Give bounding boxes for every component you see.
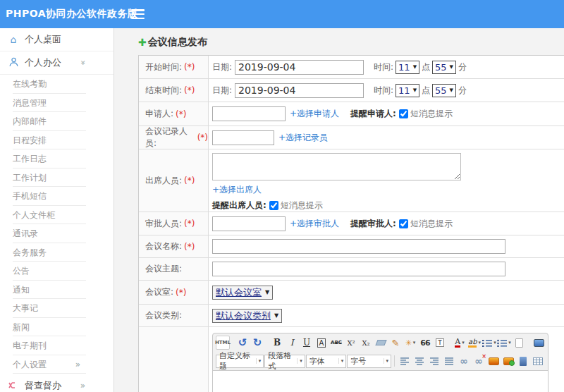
paste-text-icon[interactable]: T <box>433 336 447 350</box>
upload-image-icon[interactable] <box>501 354 515 368</box>
end-date-input[interactable] <box>235 83 364 98</box>
align-right-icon[interactable] <box>427 354 441 368</box>
applicant-sms-checkbox[interactable] <box>399 109 408 118</box>
new-page-icon[interactable] <box>512 336 526 350</box>
strikethrough-button[interactable]: ABC <box>329 336 343 350</box>
sidebar-item-supervision[interactable]: 督查督办 » <box>0 374 114 392</box>
rich-text-editor: HTML ↺ ↻ B I U A ABC X² X₂ ✎ <box>212 333 548 392</box>
fullscreen-icon[interactable] <box>532 336 546 350</box>
row-recorder: 会议记录人员:(*) +选择记录员 <box>139 126 564 149</box>
choose-applicant-link[interactable]: +选择申请人 <box>290 108 339 120</box>
sidebar-item-label: 个人设置 <box>13 360 47 369</box>
sidebar-item-attendance[interactable]: 在线考勤 <box>13 75 86 94</box>
attendees-sms-checkbox[interactable] <box>269 201 278 210</box>
sidebar-item-personal-office[interactable]: 个人办公 » <box>0 51 114 75</box>
align-center-icon[interactable] <box>412 354 427 368</box>
format-brush-icon[interactable]: ✎ <box>388 336 403 350</box>
sidebar-item-e-journal[interactable]: 电子期刊 <box>13 336 86 355</box>
required-mark: (*) <box>184 176 195 185</box>
required-mark: (*) <box>184 62 195 72</box>
font-size-select[interactable]: 字号▾ <box>347 355 391 368</box>
meeting-room-label: 会议室: <box>145 286 173 298</box>
sms-label: 短消息提示 <box>281 200 323 212</box>
end-minute-select[interactable]: 55▼ <box>432 84 456 97</box>
page-title: ✚ 会议信息发布 <box>138 36 564 49</box>
sidebar-item-notice[interactable]: 通知 <box>13 281 86 300</box>
heading-select[interactable]: 自定义标题▾ <box>216 355 264 368</box>
bold-button[interactable]: B <box>270 336 284 350</box>
sidebar-item-sms[interactable]: 手机短信 <box>13 187 86 206</box>
start-minute-select[interactable]: 55▼ <box>432 61 456 74</box>
editor-toolbar-row2: 自定义标题▾ 段落格式▾ 字体▾ 字号▾ ∞ ∞ <box>213 352 548 370</box>
subscript-button[interactable]: X₂ <box>359 336 373 350</box>
undo-icon[interactable]: ↺ <box>235 336 250 350</box>
sidebar-item-news[interactable]: 新闻 <box>13 318 86 337</box>
meeting-room-select[interactable]: 默认会议室▼ <box>212 286 273 300</box>
meeting-name-input[interactable] <box>212 239 505 254</box>
align-justify-icon[interactable] <box>442 354 456 368</box>
hour-unit: 点 <box>422 61 430 73</box>
end-time-label: 结束时间: <box>145 85 182 97</box>
sidebar-item-contacts[interactable]: 通讯录 <box>13 224 86 243</box>
sidebar-item-file-cabinet[interactable]: 个人文件柜 <box>13 206 86 225</box>
date-label: 日期: <box>212 85 232 97</box>
unordered-list-icon[interactable]: ▾ <box>497 336 511 350</box>
font-family-select[interactable]: 字体▾ <box>306 355 347 368</box>
blockquote-button[interactable]: 66 <box>418 336 432 350</box>
sidebar-item-events[interactable]: 大事记 <box>13 299 86 318</box>
align-left-icon[interactable] <box>398 354 412 368</box>
sidebar-item-internal-mail[interactable]: 内部邮件 <box>13 112 86 131</box>
font-style-button[interactable]: A <box>317 338 326 348</box>
insert-table-icon[interactable] <box>531 354 545 368</box>
applicant-input[interactable] <box>212 106 286 121</box>
row-meeting-room: 会议室:(*) 默认会议室▼ <box>139 281 564 305</box>
editor-content-area[interactable] <box>213 370 548 392</box>
insert-image-icon[interactable] <box>486 354 501 368</box>
italic-button[interactable]: I <box>285 336 299 350</box>
sidebar-item-messages[interactable]: 消息管理 <box>13 94 86 113</box>
hamburger-menu-icon[interactable] <box>131 9 145 19</box>
sidebar-item-desktop[interactable]: ⌂ 个人桌面 <box>0 28 114 51</box>
sidebar-item-personal-settings[interactable]: 个人设置 » <box>13 355 86 374</box>
font-color-button[interactable]: A▾ <box>453 336 467 350</box>
page-break-icon[interactable] <box>516 354 530 368</box>
insert-link-icon[interactable]: ∞ <box>457 354 471 368</box>
redo-icon[interactable]: ↻ <box>250 336 264 350</box>
meeting-subject-input[interactable] <box>212 262 505 276</box>
dropdown-caret-icon: ▼ <box>413 64 417 70</box>
choose-recorder-link[interactable]: +选择记录员 <box>278 132 328 144</box>
recorder-input[interactable] <box>212 130 274 145</box>
date-label: 日期: <box>212 61 232 73</box>
sidebar-item-work-log[interactable]: 工作日志 <box>13 149 86 169</box>
ordered-list-icon[interactable]: ▾ <box>482 336 496 350</box>
start-date-input[interactable] <box>235 60 364 75</box>
sidebar-item-work-plan[interactable]: 工作计划 <box>13 169 86 188</box>
remove-link-icon[interactable]: ∞ <box>472 354 486 368</box>
choose-attendees-link[interactable]: +选择出席人 <box>212 184 262 196</box>
highlight-color-button[interactable]: ab▾ <box>467 336 482 350</box>
remind-applicant-label: 提醒申请人: <box>350 108 396 120</box>
home-icon: ⌂ <box>7 34 20 45</box>
meeting-category-label: 会议类别: <box>145 310 182 321</box>
meeting-subject-label: 会议主题: <box>145 263 182 275</box>
meeting-name-label: 会议名称: <box>145 240 182 252</box>
attendees-textarea[interactable] <box>212 153 461 180</box>
row-start-time: 开始时间:(*) 日期: 时间: 11▼ 点 55▼ 分 <box>139 56 564 79</box>
html-source-button[interactable]: HTML <box>216 336 230 350</box>
clear-format-icon[interactable]: ✳▾ <box>403 336 417 350</box>
underline-button[interactable]: U <box>300 336 314 350</box>
paragraph-format-select[interactable]: 段落格式▾ <box>264 355 305 368</box>
end-hour-select[interactable]: 11▼ <box>396 84 419 97</box>
plus-icon: ✚ <box>138 37 147 48</box>
sidebar-item-announcement[interactable]: 公告 <box>13 262 86 281</box>
required-mark: (*) <box>184 242 195 252</box>
eraser-icon[interactable] <box>374 336 388 350</box>
sidebar-item-meeting-service[interactable]: 会务服务 <box>13 243 86 262</box>
superscript-button[interactable]: X² <box>344 336 358 350</box>
approver-sms-checkbox[interactable] <box>399 219 408 228</box>
choose-approver-link[interactable]: +选择审批人 <box>290 218 339 230</box>
approver-input[interactable] <box>212 216 286 231</box>
meeting-category-select[interactable]: 默认会议类别▼ <box>212 309 282 323</box>
start-hour-select[interactable]: 11▼ <box>396 61 419 74</box>
sidebar-item-schedule[interactable]: 日程安排 <box>13 131 86 150</box>
